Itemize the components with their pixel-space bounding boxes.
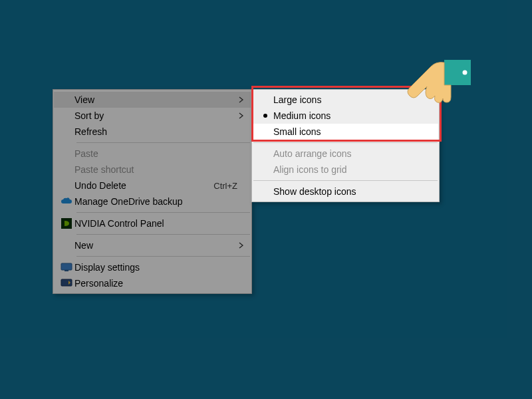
- display-settings-icon: [59, 261, 74, 273]
- menu-item-label: Manage OneDrive backup: [74, 196, 237, 207]
- onedrive-icon: [59, 196, 74, 207]
- spacer-icon: [59, 180, 74, 192]
- spacer-icon: [59, 110, 74, 122]
- menu-item-label: Show desktop icons: [273, 186, 425, 197]
- menu-item-paste-shortcut: Paste shortcut: [54, 162, 251, 178]
- spacer-icon: [257, 164, 273, 176]
- svg-point-5: [463, 70, 467, 75]
- chevron-right-icon: [239, 240, 244, 251]
- spacer-icon: [257, 126, 273, 138]
- menu-item-nvidia[interactable]: NVIDIA Control Panel: [54, 215, 251, 231]
- spacer-icon: [59, 148, 74, 160]
- menu-separator: [76, 142, 250, 143]
- menu-item-label: Medium icons: [273, 110, 425, 121]
- menu-separator: [253, 180, 438, 181]
- spacer-icon: [59, 164, 74, 176]
- menu-item-new[interactable]: New: [54, 237, 251, 253]
- menu-separator: [76, 256, 250, 257]
- menu-item-sort-by[interactable]: Sort by: [54, 108, 251, 124]
- menu-item-onedrive[interactable]: Manage OneDrive backup: [54, 194, 251, 209]
- menu-item-label: Small icons: [273, 126, 425, 137]
- menu-item-view[interactable]: View: [54, 92, 251, 108]
- spacer-icon: [257, 94, 273, 106]
- menu-item-shortcut: Ctrl+Z: [213, 181, 237, 191]
- spacer-icon: [59, 126, 74, 138]
- menu-item-label: Paste shortcut: [74, 164, 237, 175]
- bullet-icon: [257, 110, 273, 122]
- menu-item-personalize[interactable]: Personalize: [54, 275, 251, 291]
- menu-item-label: Display settings: [74, 262, 237, 273]
- submenu-item-show-desktop[interactable]: Show desktop icons: [253, 184, 438, 200]
- svg-rect-1: [61, 263, 72, 270]
- nvidia-icon: [59, 217, 74, 229]
- menu-item-label: NVIDIA Control Panel: [74, 218, 237, 229]
- menu-item-label: Personalize: [74, 278, 237, 289]
- menu-item-label: Auto arrange icons: [273, 148, 425, 159]
- menu-item-label: View: [74, 94, 237, 105]
- desktop-context-menu: View Sort by Refresh Paste Paste shortcu…: [53, 89, 252, 294]
- spacer-icon: [59, 239, 74, 251]
- menu-item-refresh[interactable]: Refresh: [54, 124, 251, 140]
- submenu-item-align-grid[interactable]: Align icons to grid: [253, 162, 438, 178]
- svg-rect-2: [65, 270, 68, 271]
- chevron-right-icon: [239, 94, 244, 105]
- menu-item-label: Sort by: [74, 110, 237, 121]
- menu-item-label: Large icons: [273, 94, 425, 105]
- menu-separator: [76, 234, 250, 235]
- menu-separator: [76, 212, 250, 213]
- menu-item-label: Refresh: [74, 126, 237, 137]
- menu-item-label: Align icons to grid: [273, 164, 425, 175]
- menu-separator: [253, 142, 438, 143]
- submenu-item-small-icons[interactable]: Small icons: [253, 124, 438, 140]
- chevron-right-icon: [239, 110, 244, 121]
- pointing-hand-icon: [404, 55, 471, 115]
- menu-item-undo-delete[interactable]: Undo Delete Ctrl+Z: [54, 178, 251, 194]
- spacer-icon: [257, 186, 273, 198]
- menu-item-display-settings[interactable]: Display settings: [54, 259, 251, 275]
- spacer-icon: [257, 148, 273, 160]
- spacer-icon: [59, 94, 74, 106]
- menu-item-label: Undo Delete: [74, 180, 213, 191]
- submenu-item-auto-arrange[interactable]: Auto arrange icons: [253, 146, 438, 162]
- menu-item-label: Paste: [74, 148, 237, 159]
- menu-item-paste: Paste: [54, 146, 251, 162]
- personalize-icon: [59, 277, 74, 289]
- menu-item-label: New: [74, 240, 237, 251]
